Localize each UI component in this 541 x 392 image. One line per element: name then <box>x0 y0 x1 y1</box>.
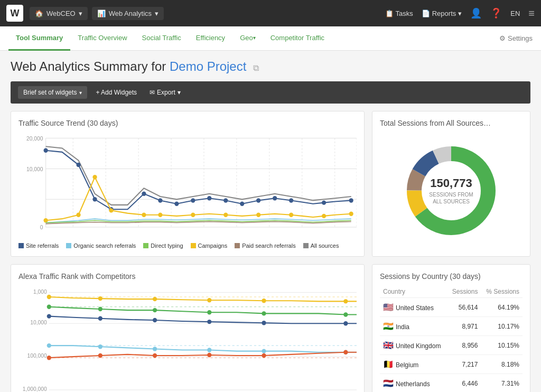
svg-point-31 <box>289 198 293 202</box>
sessions-by-country-title: Sessions by Country (30 days) <box>380 272 523 281</box>
top-nav: W 🏠 WebCEO ▾ 📊 Web Analytics ▾ 📋 Tasks 📄… <box>0 0 541 26</box>
project-name[interactable]: Demo Project <box>170 59 246 73</box>
svg-point-76 <box>262 321 266 325</box>
tab-social-traffic[interactable]: Social Traffic <box>135 26 189 51</box>
svg-point-81 <box>207 348 211 352</box>
hamburger-icon[interactable]: ≡ <box>528 7 535 20</box>
svg-point-23 <box>158 198 162 202</box>
traffic-trend-chart: 20,000 10,000 0 <box>18 133 357 238</box>
svg-point-73 <box>98 316 102 321</box>
reports-arrow-icon: ▾ <box>458 10 462 17</box>
help-icon[interactable]: ❓ <box>490 7 502 19</box>
svg-point-77 <box>343 321 348 325</box>
user-icon[interactable]: 👤 <box>470 7 482 19</box>
table-row: 🇳🇱Netherlands 6,446 7.31% <box>380 374 523 393</box>
table-row: 🇮🇳India 8,971 10.17% <box>380 317 523 336</box>
svg-text:10,000: 10,000 <box>26 166 43 172</box>
sub-nav: Tool Summary Traffic Overview Social Tra… <box>0 26 541 51</box>
svg-point-72 <box>47 314 51 318</box>
settings-button[interactable]: ⚙ Settings <box>499 34 533 42</box>
webceo-arrow-icon: ▾ <box>79 10 82 17</box>
svg-point-27 <box>223 198 228 202</box>
svg-point-33 <box>349 198 353 202</box>
web-analytics-app-button[interactable]: 📊 Web Analytics ▾ <box>92 7 164 20</box>
svg-point-34 <box>43 218 48 222</box>
bottom-widgets-row: Alexa Traffic Rank with Competitors 1,00… <box>11 264 530 392</box>
flag-us: 🇺🇸 <box>383 303 394 312</box>
donut-center-label: 150,773 SESSIONS FROM ALL SOURCES <box>429 176 473 205</box>
tab-geo[interactable]: Geo <box>232 26 263 51</box>
tab-efficiency[interactable]: Efficiency <box>189 26 232 51</box>
language-selector[interactable]: EN <box>510 10 520 17</box>
tasks-button[interactable]: 📋 Tasks <box>385 10 413 17</box>
svg-point-26 <box>207 196 211 200</box>
svg-point-18 <box>43 148 48 152</box>
svg-point-38 <box>142 213 146 217</box>
flag-be: 🇧🇪 <box>383 360 394 369</box>
copy-icon[interactable]: ⧉ <box>253 63 259 72</box>
tasks-icon: 📋 <box>385 10 394 17</box>
reports-button[interactable]: 📄 Reports ▾ <box>422 10 462 17</box>
logo[interactable]: W <box>6 5 25 22</box>
alexa-title: Alexa Traffic Rank with Competitors <box>18 272 357 281</box>
svg-text:0: 0 <box>40 225 43 230</box>
export-button[interactable]: ✉ Export ▾ <box>145 86 185 99</box>
svg-point-41 <box>223 213 228 217</box>
svg-point-32 <box>322 200 326 204</box>
traffic-trend-title: Traffic Source Trend (30 days) <box>18 119 357 127</box>
svg-point-67 <box>98 307 102 311</box>
nav-right-group: 📋 Tasks 📄 Reports ▾ 👤 ❓ EN ≡ <box>385 7 535 20</box>
legend-color-site-referrals <box>18 243 24 248</box>
alexa-svg: 1,000 10,000 100,000 1,000,000 <box>18 286 357 392</box>
svg-point-22 <box>142 192 146 196</box>
svg-point-19 <box>76 163 80 167</box>
export-arrow-icon: ▾ <box>178 89 181 96</box>
tab-traffic-overview[interactable]: Traffic Overview <box>70 26 134 51</box>
add-widgets-button[interactable]: + Add Widgets <box>91 86 141 99</box>
svg-point-25 <box>191 198 195 202</box>
svg-point-86 <box>153 353 157 358</box>
legend-site-referrals: Site referrals <box>18 242 59 249</box>
page-title: Web Analytics Summary for Demo Project ⧉ <box>11 59 530 74</box>
svg-point-24 <box>174 202 179 206</box>
svg-point-39 <box>158 213 162 217</box>
svg-point-87 <box>207 353 211 357</box>
legend-organic: Organic search referrals <box>66 242 136 249</box>
svg-point-79 <box>98 344 102 349</box>
col-sessions: Sessions <box>447 286 481 298</box>
webceo-app-button[interactable]: 🏠 WebCEO ▾ <box>30 7 88 20</box>
table-row: 🇧🇪Belgium 7,217 8.18% <box>380 355 523 374</box>
svg-point-44 <box>322 214 326 218</box>
svg-point-75 <box>207 320 211 324</box>
webceo-icon: 🏠 <box>35 10 43 17</box>
toolbar: Brief set of widgets ▾ + Add Widgets ✉ E… <box>11 81 530 104</box>
svg-point-20 <box>92 197 97 201</box>
legend-color-all-sources <box>303 243 309 248</box>
svg-point-40 <box>191 213 195 217</box>
brief-set-button[interactable]: Brief set of widgets ▾ <box>18 86 87 99</box>
legend-color-campaigns <box>191 243 196 248</box>
sessions-table: Country Sessions % Sessions 🇺🇸United Sta… <box>380 286 523 392</box>
flag-gb: 🇬🇧 <box>383 341 394 350</box>
tab-competitor-traffic[interactable]: Competitor Traffic <box>263 26 332 51</box>
alexa-chart: 1,000 10,000 100,000 1,000,000 <box>18 286 357 392</box>
legend-direct-typing: Direct typing <box>143 242 183 249</box>
legend-paid-search: Paid search referrals <box>235 242 296 249</box>
col-pct-sessions: % Sessions <box>481 286 523 298</box>
svg-point-68 <box>153 308 157 312</box>
svg-text:10,000: 10,000 <box>30 320 47 325</box>
svg-point-65 <box>343 299 348 303</box>
alexa-widget: Alexa Traffic Rank with Competitors 1,00… <box>11 264 365 392</box>
svg-point-63 <box>207 298 211 302</box>
settings-icon: ⚙ <box>499 34 506 42</box>
analytics-arrow-icon: ▾ <box>155 10 158 17</box>
page-content: Web Analytics Summary for Demo Project ⧉… <box>0 51 541 392</box>
top-widgets-row: Traffic Source Trend (30 days) 20,000 10… <box>11 111 530 257</box>
logo-icon: W <box>6 5 23 22</box>
svg-point-69 <box>207 310 211 314</box>
svg-point-42 <box>256 213 260 217</box>
traffic-trend-legend: Site referrals Organic search referrals … <box>18 242 357 249</box>
svg-point-64 <box>262 298 266 303</box>
tab-tool-summary[interactable]: Tool Summary <box>8 26 70 51</box>
export-icon: ✉ <box>150 89 155 96</box>
